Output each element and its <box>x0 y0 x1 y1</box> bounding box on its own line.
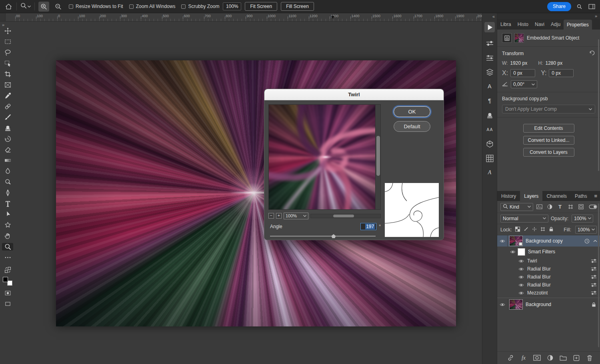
dialog-title[interactable]: Twirl <box>264 89 444 100</box>
filter-smart-object-button[interactable] <box>576 203 585 211</box>
paragraph-panel-icon[interactable]: ¶ <box>484 95 495 106</box>
gradient-tool[interactable] <box>2 157 13 164</box>
filter-options-icon[interactable] <box>591 274 597 279</box>
default-button[interactable]: Default <box>394 121 430 132</box>
layer-thumbnail[interactable] <box>510 236 522 246</box>
filter-type-button[interactable]: T <box>556 203 564 211</box>
path-selection-tool[interactable] <box>2 211 13 218</box>
collapse-filters-chevron[interactable] <box>593 240 598 242</box>
option-zoom-all-windows[interactable]: Zoom All Windows <box>129 4 176 9</box>
filter-row-mezzotint[interactable]: Mezzotint <box>497 289 600 297</box>
angle-slider-thumb[interactable] <box>331 234 336 238</box>
filter-visibility-eye-icon[interactable] <box>518 267 524 271</box>
checkbox[interactable] <box>129 4 134 9</box>
lock-transparent-icon[interactable] <box>515 227 520 233</box>
lock-paint-icon[interactable] <box>524 227 528 233</box>
preview-zoom-in-button[interactable]: + <box>276 213 282 219</box>
patterns-panel-icon[interactable] <box>484 153 495 163</box>
character-panel-icon[interactable]: A <box>484 81 495 91</box>
opacity-select[interactable]: 100% <box>572 215 593 223</box>
panel-tab-libra[interactable]: Libra <box>497 19 514 30</box>
ok-button[interactable]: OK <box>394 106 430 117</box>
filter-visibility-eye-icon[interactable] <box>518 259 524 263</box>
filter-options-icon[interactable] <box>591 267 597 271</box>
clone-source-panel-icon[interactable] <box>484 110 495 120</box>
adjustments-panel-icon[interactable] <box>484 52 495 63</box>
materials-panel-icon[interactable] <box>484 139 495 149</box>
y-input[interactable]: 0 px <box>549 69 574 77</box>
preview-zoom-select[interactable]: 100% <box>284 213 308 219</box>
visibility-eye-icon[interactable] <box>497 235 508 247</box>
brush-tool[interactable] <box>2 113 13 121</box>
angle-slider[interactable] <box>270 234 376 239</box>
fill-screen-button[interactable]: Fill Screen <box>281 2 314 11</box>
panel-menu-icon[interactable]: ≡ <box>594 193 597 199</box>
scrollbar-thumb[interactable] <box>376 136 380 176</box>
panel-tab-history[interactable]: History <box>497 191 520 201</box>
layer-row-background[interactable]: Background <box>497 299 600 310</box>
search-icon[interactable] <box>575 2 584 11</box>
scrollbar[interactable] <box>598 203 599 347</box>
fill-select[interactable]: 100% <box>575 226 597 234</box>
color-swatches[interactable] <box>3 277 12 286</box>
filter-options-icon[interactable] <box>591 290 597 295</box>
panel-tab-adju[interactable]: Adju <box>548 19 564 30</box>
eyedropper-tool[interactable] <box>2 92 13 99</box>
filter-options-icon[interactable] <box>591 282 597 287</box>
foreground-color-swatch[interactable] <box>3 277 8 282</box>
preview-zoom-out-button[interactable]: − <box>268 213 274 219</box>
link-layers-icon[interactable] <box>506 354 514 362</box>
filter-visibility-eye-icon[interactable] <box>518 291 524 295</box>
edit-toolbar-button[interactable] <box>2 254 13 261</box>
smart-filters-row[interactable]: Smart Filters <box>497 247 600 257</box>
delete-layer-icon[interactable] <box>586 354 594 362</box>
layer-thumbnail[interactable] <box>510 300 522 309</box>
clone-stamp-tool[interactable] <box>2 124 13 132</box>
character-styles-panel-icon[interactable]: A A <box>484 124 495 135</box>
ruler-corner[interactable] <box>0 13 6 22</box>
filter-toggle-switch[interactable] <box>588 205 598 209</box>
kind-filter-select[interactable]: Kind <box>500 203 533 211</box>
move-tool[interactable] <box>2 27 13 35</box>
toolbar-more-chevron[interactable]: » <box>2 22 4 27</box>
expand-panels-chevron[interactable]: « <box>492 14 494 19</box>
preview-vertical-scrollbar[interactable] <box>375 105 380 209</box>
horizontal-ruler[interactable]: 0010001002003004005006007008009001000110… <box>0 13 482 22</box>
scrollbar-thumb[interactable] <box>333 215 354 217</box>
workspace-icon[interactable] <box>587 2 596 11</box>
hand-tool[interactable] <box>2 232 13 240</box>
type-tool[interactable] <box>2 200 13 207</box>
zoom-out-mode-button[interactable] <box>53 2 64 12</box>
dodge-tool[interactable] <box>2 178 13 186</box>
blur-tool[interactable] <box>2 167 13 175</box>
object-selection-tool[interactable] <box>2 60 13 67</box>
rectangular-marquee-tool[interactable] <box>2 38 13 46</box>
collapse-panels-chevron[interactable]: » <box>595 14 597 18</box>
glyphs-panel-icon[interactable]: A <box>484 167 495 178</box>
pen-tool[interactable] <box>2 189 13 197</box>
zoom-tool[interactable] <box>2 243 13 251</box>
visibility-eye-icon[interactable] <box>510 248 516 255</box>
filter-shape-button[interactable] <box>566 203 575 211</box>
x-input[interactable]: 0 px <box>510 69 535 77</box>
smart-filter-clock-icon[interactable] <box>584 239 590 244</box>
filter-visibility-eye-icon[interactable] <box>518 283 524 287</box>
screen-mode-icon[interactable] <box>2 300 13 307</box>
spot-healing-brush-tool[interactable] <box>2 103 13 110</box>
convert-to-linked-button[interactable]: Convert to Linked... <box>523 136 574 145</box>
zoom-percent-input[interactable]: 100% <box>223 2 241 10</box>
swap-colors-icon[interactable] <box>2 266 13 273</box>
scrollbar[interactable] <box>598 39 599 171</box>
layer-row-background-copy[interactable]: Background copy <box>497 235 600 247</box>
lock-artboard-icon[interactable] <box>540 227 545 233</box>
actions-panel-icon[interactable] <box>484 22 495 32</box>
zoom-tool-selector[interactable] <box>20 2 31 10</box>
add-mask-icon[interactable] <box>533 354 541 362</box>
eraser-tool[interactable] <box>2 146 13 153</box>
zoom-in-mode-button[interactable] <box>38 2 49 12</box>
panel-tab-channels[interactable]: Channels <box>542 191 571 201</box>
history-brush-tool[interactable] <box>2 135 13 143</box>
visibility-eye-icon[interactable] <box>497 299 508 310</box>
angle-input[interactable]: 197 <box>360 223 376 230</box>
panel-tab-layers[interactable]: Layers <box>520 191 542 201</box>
